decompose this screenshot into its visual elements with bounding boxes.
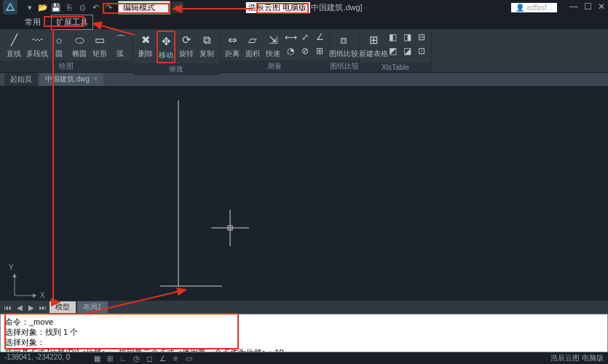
qat-save-icon[interactable]: 💾 xyxy=(51,2,61,12)
dim-aligned-icon[interactable]: ⤢ xyxy=(299,31,312,44)
user-icon: 👤 xyxy=(516,4,524,12)
tab-first-icon[interactable]: ⏮ xyxy=(3,302,13,312)
tbl-e-icon[interactable]: ◪ xyxy=(400,44,414,58)
snap-toggle-icon[interactable]: ▦ xyxy=(92,353,102,363)
tool-rect[interactable]: ▭矩形 xyxy=(90,31,109,60)
panel-draw-label: 绘图 xyxy=(0,60,133,72)
tool-distance[interactable]: ⇔距离 xyxy=(223,31,242,60)
window-controls: — ☐ ✕ xyxy=(569,1,605,12)
dim-angular-icon[interactable]: ∠ xyxy=(313,31,326,44)
search-mode-box[interactable]: 编辑模式 xyxy=(118,1,170,15)
polyline-icon: 〰 xyxy=(29,32,45,48)
panel-modify: ✖删除 ✥移动 ⟳旋转 ⧉复制 修改 xyxy=(133,29,220,72)
osnap-toggle-icon[interactable]: ◻ xyxy=(144,353,154,363)
tab-prev-icon[interactable]: ◀ xyxy=(15,302,25,312)
close-tab-icon[interactable]: × xyxy=(93,75,98,83)
tool-quick[interactable]: ⇲快速 xyxy=(264,31,283,60)
dim-ord-icon[interactable]: ⊞ xyxy=(313,44,326,58)
quick-icon: ⇲ xyxy=(265,32,281,48)
tool-line[interactable]: ╱直线 xyxy=(3,31,25,60)
layout-tabs: ⏮ ◀ ▶ ⏭ 模型 布局1 xyxy=(0,301,608,314)
panel-compare-label: 图纸比较 xyxy=(330,60,359,72)
command-window[interactable]: 命令：_move 选择对象：找到 1 个 选择对象： 指定基点或 [位移(D)]… xyxy=(0,314,608,352)
tab-common[interactable]: 常用 xyxy=(20,15,45,29)
arc-icon: ⌒ xyxy=(112,32,128,48)
tool-ellipse[interactable]: ⬭椭圆 xyxy=(70,31,89,60)
doc-tab-start[interactable]: 起始页 xyxy=(4,73,38,86)
dim-diameter-icon[interactable]: ⊘ xyxy=(299,44,312,58)
qat-print-icon[interactable]: ⎙ xyxy=(77,2,87,12)
status-bar: -138041, -234220, 0 ▦ ⊞ ∟ ◷ ◻ ∠ ≡ ▭ 浩辰云图… xyxy=(0,352,608,364)
doc-tab-file1[interactable]: 中国建筑.dwg× xyxy=(39,73,103,86)
quick-access-toolbar: ▾ 📂 💾 ⎘ ⎙ ↶ ↷ xyxy=(25,2,114,12)
brand-badge: 浩辰云图 电脑版 xyxy=(245,2,309,13)
tab-last-icon[interactable]: ⏭ xyxy=(38,302,48,312)
layout1-tab[interactable]: 布局1 xyxy=(77,301,108,313)
move-icon: ✥ xyxy=(158,33,174,50)
tool-dwgcompare[interactable]: ⧈图纸比较 xyxy=(333,31,355,60)
tool-polyline[interactable]: 〰多段线 xyxy=(26,31,48,60)
drawing-canvas[interactable]: X Y xyxy=(0,86,608,301)
circle-icon: ○ xyxy=(51,32,67,48)
copy-icon: ⧉ xyxy=(199,32,215,48)
tool-rotate[interactable]: ⟳旋转 xyxy=(177,31,196,60)
tool-move[interactable]: ✥移动 xyxy=(157,31,175,63)
close-button[interactable]: ✕ xyxy=(598,1,605,12)
tool-erase[interactable]: ✖删除 xyxy=(136,31,155,60)
maximize-button[interactable]: ☐ xyxy=(584,1,592,12)
qat-open-icon[interactable]: 📂 xyxy=(38,2,48,12)
axis-y-label: Y xyxy=(9,264,14,272)
tab-extension-tools[interactable]: 扩展工具 xyxy=(51,15,93,30)
panel-table: ⊞新建表格 ◧◨⊟ ◩◪⊡ XlsTable xyxy=(360,29,432,72)
tool-area[interactable]: ▱面积 xyxy=(243,31,262,60)
panel-modify-label: 修改 xyxy=(133,63,219,75)
tool-circle[interactable]: ○圆 xyxy=(50,31,68,60)
erase-icon: ✖ xyxy=(138,32,154,48)
lweight-toggle-icon[interactable]: ≡ xyxy=(170,353,181,363)
qat-saveas-icon[interactable]: ⎘ xyxy=(64,2,74,12)
tbl-b-icon[interactable]: ◨ xyxy=(400,31,414,44)
minimize-button[interactable]: — xyxy=(569,1,578,12)
user-login-box[interactable]: 👤 adfasf... xyxy=(511,3,557,12)
svg-marker-7 xyxy=(33,293,36,298)
panel-draw: ╱直线 〰多段线 ○圆 ⬭椭圆 ▭矩形 ⌒弧 绘图 xyxy=(0,29,133,72)
rotate-icon: ⟳ xyxy=(178,32,194,48)
panel-table-label: XlsTable xyxy=(360,63,431,72)
ellipse-icon: ⬭ xyxy=(71,32,87,48)
tbl-a-icon[interactable]: ◧ xyxy=(386,31,399,44)
qat-redo-icon[interactable]: ↷ xyxy=(103,2,114,12)
search-dropdown-button[interactable]: ▾ xyxy=(172,1,183,13)
tool-newtable[interactable]: ⊞新建表格 xyxy=(363,31,384,60)
file-name: 中国建筑.dwg] xyxy=(311,2,362,13)
tbl-d-icon[interactable]: ◩ xyxy=(386,44,399,58)
qat-undo-icon[interactable]: ↶ xyxy=(90,2,100,12)
app-logo[interactable] xyxy=(3,0,17,15)
tbl-f-icon[interactable]: ⊡ xyxy=(415,44,428,58)
tab-next-icon[interactable]: ▶ xyxy=(26,302,36,312)
measure-grid: ⟷⤢∠ ◔⊘⊞ xyxy=(284,31,326,58)
ortho-toggle-icon[interactable]: ∟ xyxy=(118,353,128,363)
axis-x-label: X xyxy=(40,291,45,299)
status-brand: 浩辰云图 电脑版 xyxy=(550,353,604,363)
tbl-c-icon[interactable]: ⊟ xyxy=(415,31,428,44)
title-bar: ▾ 📂 💾 ⎘ ⎙ ↶ ↷ 编辑模式 ▾ 浩辰云图 电脑版 中国建筑.dwg] … xyxy=(0,0,608,15)
polar-toggle-icon[interactable]: ◷ xyxy=(131,353,141,363)
qat-new-icon[interactable]: ▾ xyxy=(25,2,35,12)
tool-copy[interactable]: ⧉复制 xyxy=(197,31,216,60)
table-icon: ⊞ xyxy=(366,32,382,48)
otrack-toggle-icon[interactable]: ∠ xyxy=(157,353,167,363)
ribbon: ╱直线 〰多段线 ○圆 ⬭椭圆 ▭矩形 ⌒弧 绘图 ✖删除 ✥移动 ⟳旋转 ⧉复… xyxy=(0,29,608,73)
status-toggles: ▦ ⊞ ∟ ◷ ◻ ∠ ≡ ▭ xyxy=(92,353,194,363)
panel-measure-label: 测量 xyxy=(220,60,329,72)
model-tab[interactable]: 模型 xyxy=(50,301,76,313)
panel-compare: ⧈图纸比较 图纸比较 xyxy=(330,29,360,72)
dim-radius-icon[interactable]: ◔ xyxy=(284,44,297,58)
model-toggle-icon[interactable]: ▭ xyxy=(183,353,194,363)
tool-arc[interactable]: ⌒弧 xyxy=(111,31,130,60)
dim-linear-icon[interactable]: ⟷ xyxy=(284,31,297,44)
grid-toggle-icon[interactable]: ⊞ xyxy=(105,353,115,363)
area-icon: ▱ xyxy=(245,32,261,48)
line-icon: ╱ xyxy=(6,32,22,48)
distance-icon: ⇔ xyxy=(224,32,240,48)
user-label: adfasf... xyxy=(526,4,553,12)
